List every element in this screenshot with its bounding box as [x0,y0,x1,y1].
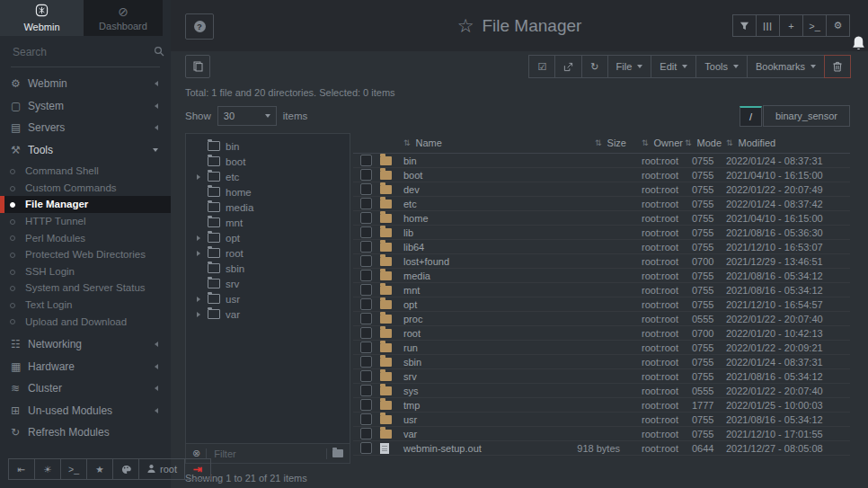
row-checkbox[interactable] [360,370,372,382]
terminal-button[interactable]: >_ [802,14,827,37]
row-checkbox[interactable] [360,342,372,353]
row-checkbox[interactable] [360,327,372,339]
row-checkbox[interactable] [360,413,372,425]
row-checkbox[interactable] [360,155,372,166]
sidebar-item-ssh-login[interactable]: SSH Login [0,263,171,280]
tree-item-mnt[interactable]: mnt [186,215,350,230]
row-checkbox[interactable] [360,298,372,310]
table-row[interactable]: binroot:root07552022/01/24 - 08:37:31 [353,154,850,168]
breadcrumb-segment-button[interactable]: binary_sensor [763,105,850,127]
row-checkbox[interactable] [360,169,372,181]
share-button[interactable] [554,55,582,78]
paste-buffer-button[interactable] [185,55,210,78]
table-row[interactable]: usrroot:root07552021/08/16 - 05:34:12 [353,413,850,427]
table-row[interactable]: procroot:root05552022/01/22 - 20:07:40 [353,312,850,326]
search-input[interactable] [11,45,154,59]
row-checkbox[interactable] [360,313,372,324]
tree-item-opt[interactable]: opt [186,230,350,245]
sidebar-item-upload-and-download[interactable]: Upload and Download [0,313,171,330]
table-row[interactable]: homeroot:root07552021/04/10 - 16:15:00 [353,211,850,226]
row-checkbox[interactable] [360,428,372,439]
select-all-button[interactable]: ☑ [528,55,555,78]
sidebar-item-command-shell[interactable]: Command Shell [0,163,171,180]
tools-menu-button[interactable]: Tools [695,55,748,78]
row-checkbox[interactable] [360,385,372,396]
sidebar-item-system-and-server-status[interactable]: System and Server Status [0,279,171,297]
sidebar-item-perl-modules[interactable]: Perl Modules [0,229,171,246]
tree-item-sbin[interactable]: sbin [186,261,350,276]
page-size-select[interactable]: 30 [217,106,277,126]
tab-dashboard[interactable]: ⊘ Dashboard [84,0,163,36]
sidebar-item-system[interactable]: ▢System [0,95,171,118]
table-row[interactable]: sbinroot:root07552022/01/24 - 08:37:31 [353,355,850,369]
refresh-button[interactable]: ↻ [581,55,607,78]
filter-button[interactable] [732,14,757,37]
tree-item-etc[interactable]: etc [186,169,350,184]
breadcrumb-root-button[interactable]: / [740,106,762,127]
sidebar-item-hardware[interactable]: ▦Hardware [0,355,171,377]
bookmarks-menu-button[interactable]: Bookmarks [747,55,825,78]
row-checkbox[interactable] [360,255,372,267]
tree-item-srv[interactable]: srv [186,276,350,291]
file-menu-button[interactable]: File [607,55,652,78]
sidebar-item-protected-web-directories[interactable]: Protected Web Directories [0,246,171,263]
table-row[interactable]: sysroot:root05552022/01/22 - 20:07:40 [353,384,850,398]
tree-folder-button[interactable] [332,448,343,459]
sidebar-item-webmin[interactable]: ⚙Webmin [0,73,171,95]
tree-item-media[interactable]: media [186,200,350,215]
shell-icon[interactable]: >_ [60,458,87,480]
favorite-star-icon[interactable]: ☆ [457,15,474,37]
sidebar-item-servers[interactable]: ▤Servers [0,117,171,139]
row-checkbox[interactable] [360,198,372,209]
table-row[interactable]: tmproot:root17772022/01/25 - 10:00:03 [353,398,850,413]
settings-button[interactable]: ⚙ [826,14,850,37]
table-row[interactable]: srvroot:root07552021/08/16 - 05:34:12 [353,369,850,384]
expander-icon[interactable] [194,174,202,180]
collapse-sidebar-icon[interactable]: ⇤ [8,458,35,480]
table-row[interactable]: rootroot:root07002022/01/20 - 10:42:13 [353,326,850,341]
tree-item-home[interactable]: home [186,184,350,200]
table-row[interactable]: libroot:root07552021/08/16 - 05:36:30 [353,226,850,240]
palette-icon[interactable] [112,458,139,480]
tree-item-root[interactable]: root [186,245,350,261]
user-button[interactable]: root [138,458,185,480]
table-row[interactable]: lib64root:root07552021/12/10 - 16:53:07 [353,240,850,254]
row-checkbox[interactable] [360,183,372,195]
sidebar-item-custom-commands[interactable]: Custom Commands [0,180,171,197]
row-checkbox[interactable] [360,399,372,411]
tree-item-bin[interactable]: bin [186,138,350,154]
expander-icon[interactable] [194,251,202,256]
sidebar-item-networking[interactable]: ☷Networking [0,333,171,356]
new-tab-button[interactable]: + [779,14,803,37]
table-row[interactable]: varroot:root07552021/12/10 - 17:01:55 [353,427,850,441]
sidebar-item-file-manager[interactable]: File Manager [0,196,171,213]
table-row[interactable]: lost+foundroot:root07002021/12/29 - 13:4… [353,254,850,269]
sidebar-item-text-login[interactable]: Text Login [0,297,171,314]
tree-item-boot[interactable]: boot [186,154,350,169]
table-row[interactable]: optroot:root07552021/12/10 - 16:54:57 [353,297,850,312]
edit-menu-button[interactable]: Edit [651,55,696,78]
row-checkbox[interactable] [360,212,372,224]
column-header-owner[interactable]: ⇅ Owner [629,138,683,148]
trash-button[interactable] [824,55,851,78]
table-row[interactable]: mntroot:root07552021/08/16 - 05:34:12 [353,283,850,297]
tree-item-usr[interactable]: usr [186,291,350,306]
logout-icon[interactable]: ⇥ [184,458,211,480]
sidebar-item-http-tunnel[interactable]: HTTP Tunnel [0,213,171,230]
sidebar-item-cluster[interactable]: ≋Cluster [0,377,171,400]
row-checkbox[interactable] [360,270,372,281]
tab-webmin[interactable]: Webmin [0,0,84,36]
column-header-name[interactable]: ⇅ Name [403,138,550,148]
help-button[interactable]: ? [185,13,214,40]
table-row[interactable]: runroot:root07552022/01/22 - 20:09:21 [353,341,850,355]
expander-icon[interactable] [194,297,202,302]
theme-sun-icon[interactable]: ☀ [34,458,61,480]
table-row[interactable]: devroot:root07552022/01/22 - 20:07:49 [353,182,850,197]
notification-bell-icon[interactable] [851,35,866,56]
column-header-modified[interactable]: ⇅ Modified [722,138,850,148]
table-row[interactable]: etcroot:root07552022/01/24 - 08:37:42 [353,197,850,211]
table-row[interactable]: bootroot:root07552021/04/10 - 16:15:00 [353,168,850,182]
favorites-star-icon[interactable]: ★ [86,458,113,480]
expander-icon[interactable] [194,312,202,317]
column-header-mode[interactable]: ⇅ Mode [683,138,722,148]
